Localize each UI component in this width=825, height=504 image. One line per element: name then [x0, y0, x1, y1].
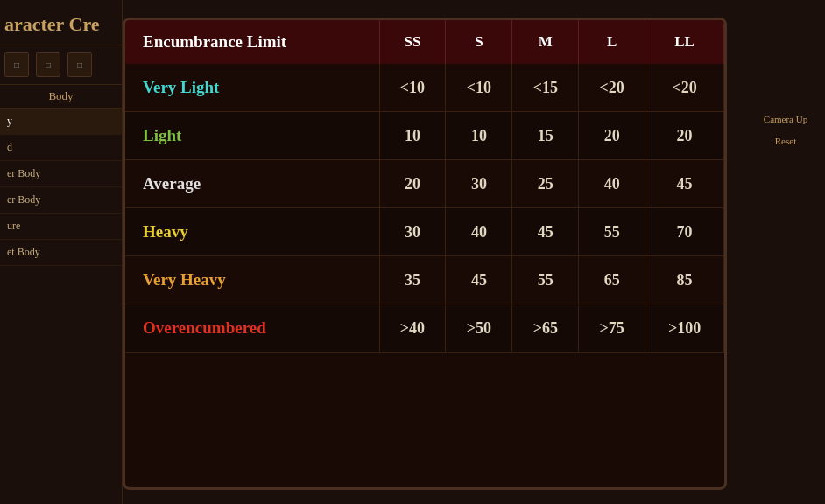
- col-header-ll: LL: [645, 20, 724, 64]
- row-2-col-4: 45: [645, 160, 724, 208]
- row-0-col-2: <15: [512, 64, 579, 112]
- sidebar-item-5[interactable]: et Body: [0, 240, 122, 266]
- row-4-col-3: 65: [579, 256, 645, 304]
- row-label-4: Very Heavy: [125, 256, 379, 304]
- table-header-row: Encumbrance Limit SS S M L LL: [125, 20, 724, 64]
- row-5-col-0: >40: [379, 304, 446, 353]
- row-3-col-2: 45: [512, 208, 579, 256]
- sidebar-item-1[interactable]: d: [0, 135, 122, 161]
- table-row: Heavy3040455570: [125, 208, 724, 256]
- row-label-5: Overencumbered: [125, 304, 379, 353]
- row-2-col-1: 30: [446, 160, 512, 208]
- sidebar-item-2[interactable]: er Body: [0, 161, 122, 187]
- row-label-1: Light: [125, 112, 379, 160]
- col-header-l: L: [579, 20, 645, 64]
- row-2-col-0: 20: [379, 160, 446, 208]
- row-3-col-4: 70: [645, 208, 724, 256]
- encumbrance-table: Encumbrance Limit SS S M L LL Very Light…: [125, 20, 724, 353]
- row-5-col-4: >100: [645, 304, 724, 353]
- row-2-col-3: 40: [579, 160, 645, 208]
- col-header-ss: SS: [379, 20, 446, 64]
- row-label-0: Very Light: [125, 64, 379, 112]
- sidebar-icons: □ □ □: [0, 46, 122, 85]
- row-1-col-1: 10: [446, 112, 512, 160]
- sidebar-title: aracter Cre: [0, 0, 122, 46]
- row-5-col-3: >75: [579, 304, 645, 353]
- table-row: Very Light<10<10<15<20<20: [125, 64, 724, 112]
- sidebar: aracter Cre □ □ □ Body y d er Body er Bo…: [0, 0, 123, 504]
- row-label-2: Average: [125, 160, 379, 208]
- row-3-col-0: 30: [379, 208, 446, 256]
- col-header-s: S: [446, 20, 512, 64]
- row-4-col-1: 45: [446, 256, 512, 304]
- row-3-col-3: 55: [579, 208, 645, 256]
- encumbrance-panel: Encumbrance Limit SS S M L LL Very Light…: [123, 18, 727, 490]
- sidebar-item-0[interactable]: y: [0, 108, 122, 135]
- body-icon-1[interactable]: □: [4, 52, 29, 77]
- row-4-col-2: 55: [512, 256, 579, 304]
- table-row: Very Heavy3545556585: [125, 256, 724, 304]
- body-section-label: Body: [0, 85, 122, 108]
- body-icon-2[interactable]: □: [36, 52, 60, 77]
- col-header-label: Encumbrance Limit: [125, 20, 379, 64]
- table-row: Light1010152020: [125, 112, 724, 160]
- row-0-col-0: <10: [379, 64, 446, 112]
- row-label-3: Heavy: [125, 208, 379, 256]
- row-2-col-2: 25: [512, 160, 579, 208]
- table-row: Average2030254045: [125, 160, 724, 208]
- row-0-col-4: <20: [645, 64, 724, 112]
- row-0-col-3: <20: [579, 64, 645, 112]
- row-5-col-2: >65: [512, 304, 579, 353]
- right-sidebar: Camera Up Reset: [746, 0, 825, 504]
- row-1-col-4: 20: [645, 112, 724, 160]
- row-4-col-0: 35: [379, 256, 446, 304]
- row-1-col-0: 10: [379, 112, 446, 160]
- camera-up-label: Camera Up: [746, 0, 825, 131]
- reset-label[interactable]: Reset: [746, 131, 825, 150]
- table-row: Overencumbered>40>50>65>75>100: [125, 304, 724, 353]
- sidebar-item-3[interactable]: er Body: [0, 187, 122, 214]
- col-header-m: M: [512, 20, 579, 64]
- body-icon-3[interactable]: □: [67, 52, 92, 77]
- row-4-col-4: 85: [645, 256, 724, 304]
- row-5-col-1: >50: [446, 304, 512, 353]
- row-3-col-1: 40: [446, 208, 512, 256]
- row-1-col-3: 20: [579, 112, 645, 160]
- sidebar-item-4[interactable]: ure: [0, 214, 122, 240]
- row-0-col-1: <10: [446, 64, 512, 112]
- row-1-col-2: 15: [512, 112, 579, 160]
